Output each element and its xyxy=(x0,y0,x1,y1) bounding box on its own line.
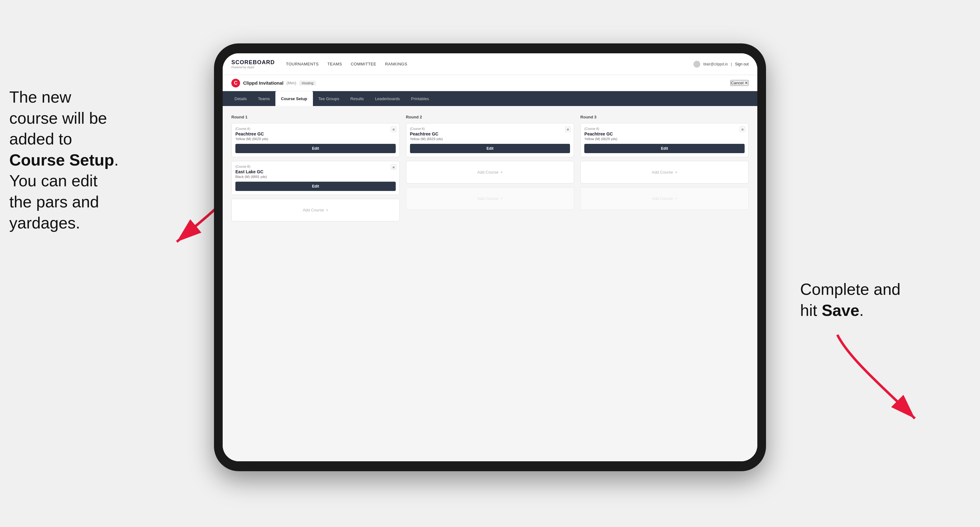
round2-course-a-card: ⊗ (Course A) Peachtree GC Yellow (M) (66… xyxy=(406,123,574,157)
sign-out-link[interactable]: Sign out xyxy=(735,62,749,66)
content-area: Round 1 ⊗ (Course A) Peachtree GC Yellow… xyxy=(223,106,757,461)
round1-course-a-card: ⊗ (Course A) Peachtree GC Yellow (M) (66… xyxy=(231,123,400,157)
nav-separator: | xyxy=(731,62,732,66)
round1-course-b-type: (Course B) xyxy=(235,165,396,168)
nav-rankings[interactable]: RANKINGS xyxy=(385,62,407,66)
nav-teams[interactable]: TEAMS xyxy=(328,62,342,66)
round2-course-a-type: (Course A) xyxy=(410,127,570,130)
tablet-device: SCOREBOARD Powered by clippd TOURNAMENTS… xyxy=(214,43,766,471)
round3-course-a-delete-icon[interactable]: ⊗ xyxy=(740,127,745,132)
round2-add-course-disabled-label: Add Course xyxy=(477,196,499,201)
nav-committee[interactable]: COMMITTEE xyxy=(351,62,377,66)
round1-course-a-details: Yellow (M) (6629 yds) xyxy=(235,137,396,141)
round2-course-a-delete-icon[interactable]: ⊗ xyxy=(565,127,571,132)
round2-add-course-label: Add Course xyxy=(477,170,499,175)
tab-tee-groups[interactable]: Tee Groups xyxy=(313,91,345,106)
round3-add-course-label: Add Course xyxy=(652,170,673,175)
top-nav: SCOREBOARD Powered by clippd TOURNAMENTS… xyxy=(223,53,757,75)
logo-sub: Powered by clippd xyxy=(231,66,275,69)
tab-printables[interactable]: Printables xyxy=(405,91,434,106)
round3-course-a-name: Peachtree GC xyxy=(584,132,745,137)
round-2-label: Round 2 xyxy=(406,115,574,119)
user-email: blair@clippd.io xyxy=(703,62,728,66)
nav-right: blair@clippd.io | Sign out xyxy=(694,61,749,68)
round1-add-course-plus: + xyxy=(326,208,328,212)
round3-course-a-card: ⊗ (Course A) Peachtree GC Yellow (M) (66… xyxy=(580,123,749,157)
round1-course-b-details: Black (M) (6891 yds) xyxy=(235,175,396,179)
round2-course-a-details: Yellow (M) (6629 yds) xyxy=(410,137,570,141)
nav-links: TOURNAMENTS TEAMS COMMITTEE RANKINGS xyxy=(286,62,694,66)
round1-course-b-edit-button[interactable]: Edit xyxy=(235,182,396,191)
tab-teams[interactable]: Teams xyxy=(253,91,275,106)
sub-header: C Clippd Invitational (Men) Hosting Canc… xyxy=(223,75,757,91)
round3-add-course-disabled-plus: + xyxy=(675,196,677,201)
round3-course-a-details: Yellow (M) (6629 yds) xyxy=(584,137,745,141)
round-2-column: Round 2 ⊗ (Course A) Peachtree GC Yellow… xyxy=(406,115,574,225)
round1-course-b-card: ⊗ (Course B) East Lake GC Black (M) (689… xyxy=(231,161,400,195)
tab-details[interactable]: Details xyxy=(229,91,253,106)
round3-add-course-disabled-label: Add Course xyxy=(652,196,673,201)
round-1-column: Round 1 ⊗ (Course A) Peachtree GC Yellow… xyxy=(231,115,400,225)
round3-add-course-button[interactable]: Add Course + xyxy=(580,161,749,184)
annotation-right-text: Complete andhit Save. xyxy=(800,280,900,319)
round2-add-course-button[interactable]: Add Course + xyxy=(406,161,574,184)
hosting-badge: Hosting xyxy=(299,81,316,86)
round1-course-a-name: Peachtree GC xyxy=(235,132,396,137)
round2-course-a-edit-button[interactable]: Edit xyxy=(410,144,570,153)
annotation-left-text: The newcourse will beadded toCourse Setu… xyxy=(9,88,119,232)
round-3-label: Round 3 xyxy=(580,115,749,119)
nav-tournaments[interactable]: TOURNAMENTS xyxy=(286,62,319,66)
tournament-gender: (Men) xyxy=(286,81,296,85)
round3-course-a-edit-button[interactable]: Edit xyxy=(584,144,745,153)
tab-results[interactable]: Results xyxy=(345,91,369,106)
user-avatar xyxy=(694,61,700,68)
round1-course-b-name: East Lake GC xyxy=(235,169,396,174)
rounds-container: Round 1 ⊗ (Course A) Peachtree GC Yellow… xyxy=(231,115,749,225)
cancel-button[interactable]: Cancel ✕ xyxy=(730,80,749,86)
round2-course-a-name: Peachtree GC xyxy=(410,132,570,137)
tab-course-setup[interactable]: Course Setup xyxy=(275,91,313,106)
round1-course-b-delete-icon[interactable]: ⊗ xyxy=(391,164,396,170)
round-1-label: Round 1 xyxy=(231,115,400,119)
round2-add-course-disabled: Add Course + xyxy=(406,187,574,210)
sub-header-left: C Clippd Invitational (Men) Hosting xyxy=(231,79,316,87)
tournament-name: Clippd Invitational xyxy=(243,80,283,86)
round1-add-course-label: Add Course xyxy=(303,208,324,212)
clippd-logo: C xyxy=(231,79,240,87)
annotation-right: Complete andhit Save. xyxy=(800,279,961,321)
tab-bar: Details Teams Course Setup Tee Groups Re… xyxy=(223,91,757,106)
logo-text: SCOREBOARD xyxy=(231,59,275,66)
tablet-screen: SCOREBOARD Powered by clippd TOURNAMENTS… xyxy=(223,53,757,461)
round1-course-a-type: (Course A) xyxy=(235,127,396,130)
round3-add-course-disabled: Add Course + xyxy=(580,187,749,210)
arrow-right xyxy=(825,329,924,428)
round-3-column: Round 3 ⊗ (Course A) Peachtree GC Yellow… xyxy=(580,115,749,225)
round1-course-a-edit-button[interactable]: Edit xyxy=(235,144,396,153)
round2-add-course-disabled-plus: + xyxy=(501,196,503,201)
tab-leaderboards[interactable]: Leaderboards xyxy=(369,91,405,106)
round1-course-a-delete-icon[interactable]: ⊗ xyxy=(391,127,396,132)
round3-add-course-plus: + xyxy=(675,170,677,175)
round3-course-a-type: (Course A) xyxy=(584,127,745,130)
round1-add-course-button[interactable]: Add Course + xyxy=(231,199,400,221)
logo-area: SCOREBOARD Powered by clippd xyxy=(231,59,275,69)
round2-add-course-plus: + xyxy=(501,170,503,175)
